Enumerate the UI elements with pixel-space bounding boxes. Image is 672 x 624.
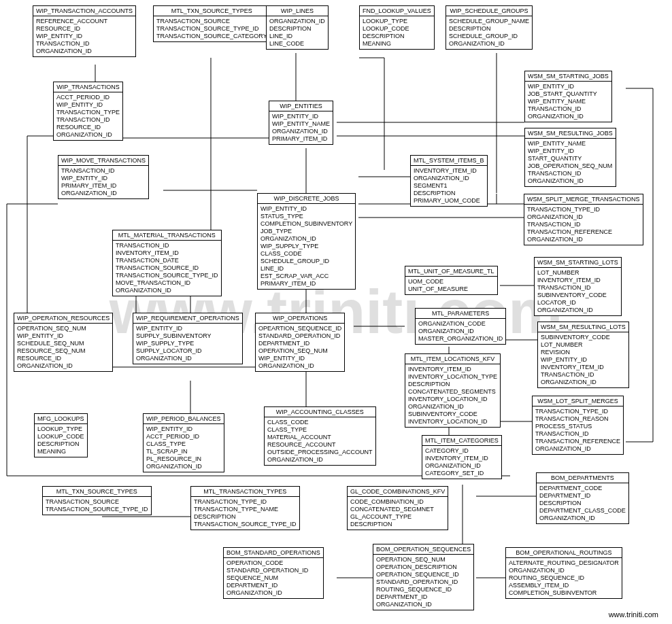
entity-column: OPERATION_CODE [226, 559, 320, 567]
entity-bom_operation_sequences: BOM_OPERATION_SEQUENCESOPERATION_SEQ_NUM… [373, 544, 474, 610]
entity-column: TRANSACTION_SOURCE [46, 498, 148, 506]
entity-column: ORGANIZATION_ID [509, 567, 619, 574]
entity-column: OPERATION_SEQUENCE_ID [376, 571, 471, 578]
entity-column: OPERATION_SEQ_NUM [258, 347, 341, 355]
entity-body: TRANSACTION_IDWIP_ENTITY_IDPRIMARY_ITEM_… [58, 166, 148, 198]
entity-column: TRANSACTION_ID [36, 40, 133, 48]
entity-body: LOOKUP_TYPELOOKUP_CODEDESCRIPTIONMEANING [360, 16, 434, 49]
entity-column: MEANING [363, 40, 431, 48]
entity-column: WIP_ENTITY_ID [146, 426, 221, 433]
entity-column: PRIMARY_ITEM_ID [61, 182, 146, 190]
entity-column: ORGANIZATION_ID [61, 190, 146, 197]
entity-column: WIP_ENTITY_NAME [528, 98, 609, 105]
entity-title: WIP_OPERATION_RESOURCES [14, 313, 112, 324]
entity-body: LOOKUP_TYPELOOKUP_CODEDESCRIPTIONMEANING [35, 424, 87, 457]
entity-column: ORGANIZATION_ID [539, 515, 626, 522]
entity-body: WIP_ENTITY_IDWIP_ENTITY_NAMEORGANIZATION… [269, 111, 333, 144]
entity-wsm_sm_resulting_lots: WSM_SM_RESULTING_LOTSSUBINVENTORY_CODELO… [537, 322, 629, 388]
entity-column: CLASS_TYPE [267, 426, 373, 434]
entity-column: EST_SCRAP_VAR_ACC [261, 273, 352, 280]
entity-column: CLASS_CODE [261, 250, 352, 258]
entity-body: DEPARTMENT_CODEDEPARTMENT_IDDESCRIPTIOND… [537, 483, 628, 523]
entity-column: DEPARTMENT_ID [539, 492, 626, 500]
entity-column: TRANSACTION_SOURCE_TYPE_ID [46, 506, 148, 513]
entity-body: REFERENCE_ACCOUNTRESOURCE_IDWIP_ENTITY_I… [33, 16, 135, 56]
entity-body: INVENTORY_ITEM_IDORGANIZATION_IDSEGMENT1… [411, 166, 487, 206]
entity-body: INVENTORY_ITEM_IDINVENTORY_LOCATION_TYPE… [405, 364, 500, 427]
entity-title: MTL_TRANSACTION_TYPES [191, 487, 299, 497]
entity-column: LINE_ID [269, 33, 325, 40]
entity-column: RESOURCE_ACCOUNT [267, 441, 373, 449]
entity-column: ORGANIZATION_ID [537, 307, 618, 314]
entity-title: WSM_SM_STARTING_LOTS [535, 258, 621, 268]
entity-column: SUBINVENTORY_CODE [537, 292, 618, 299]
entity-column: DEPARTMENT_ID [376, 593, 471, 601]
entity-column: COMPLETION_SUBINVENTORY [261, 220, 352, 228]
entity-body: UOM_CODEUNIT_OF_MEASURE [405, 277, 497, 294]
entity-column: SCHEDULE_GROUP_ID [261, 258, 352, 265]
entity-column: ORGANIZATION_ID [136, 355, 239, 362]
entity-wip_discrete_jobs: WIP_DISCRETE_JOBSWIP_ENTITY_IDSTATUS_TYP… [257, 193, 356, 290]
entity-column: ORGANIZATION_ID [408, 403, 497, 411]
entity-column: ORGANIZATION_ID [116, 287, 218, 294]
entity-column: ORGANIZATION_ID [535, 445, 620, 453]
entity-body: ACCT_PERIOD_IDWIP_ENTITY_IDTRANSACTION_T… [54, 92, 122, 140]
entity-column: TRANSACTION_TYPE_ID [527, 206, 640, 213]
entity-mfg_lookups: MFG_LOOKUPSLOOKUP_TYPELOOKUP_CODEDESCRIP… [34, 413, 88, 457]
entity-title: BOM_OPERATION_SEQUENCES [373, 544, 473, 555]
entity-column: ORGANIZATION_ID [527, 213, 640, 221]
entity-title: MTL_MATERIAL_TRANSACTIONS [113, 230, 221, 241]
entity-column: TRANSACTION_ID [535, 430, 620, 438]
entity-mtl_material_transactions: MTL_MATERIAL_TRANSACTIONSTRANSACTION_IDI… [112, 230, 222, 296]
footer-link[interactable]: www.triniti.com [609, 610, 658, 619]
entity-column: SEGMENT1 [414, 182, 484, 190]
entity-column: TRANSACTION_SOURCE_CATEGORY [156, 33, 267, 40]
entity-column: TRANSACTION_DATE [116, 257, 218, 264]
entity-column: TRANSACTION_ID [61, 167, 146, 175]
entity-column: OPERATION_SEQ_NUM [17, 325, 110, 332]
entity-column: LINE_ID [261, 265, 352, 273]
entity-column: ORGANIZATION_ID [36, 48, 133, 55]
entity-column: WIP_SUPPLY_TYPE [261, 243, 352, 250]
entity-column: RESOURCE_ID [56, 124, 120, 131]
entity-body: WIP_ENTITY_NAMEWIP_ENTITY_IDSTART_QUANTI… [525, 139, 616, 186]
entity-column: ORGANIZATION_ID [146, 463, 221, 470]
entity-column: TL_SCRAP_IN [146, 448, 221, 455]
entity-bom_departments: BOM_DEPARTMENTSDEPARTMENT_CODEDEPARTMENT… [536, 472, 629, 524]
entity-column: DEPARTMENT_CLASS_CODE [539, 507, 626, 515]
entity-column: ORGANIZATION_ID [528, 177, 613, 185]
entity-column: TRANSACTION_ID [537, 284, 618, 292]
entity-body: TRANSACTION_SOURCETRANSACTION_SOURCE_TYP… [43, 497, 151, 515]
entity-body: ORGANIZATION_IDDESCRIPTIONLINE_IDLINE_CO… [267, 16, 328, 49]
entity-column: DEPARTMENT_ID [226, 582, 320, 589]
entity-fnd_lookup_values: FND_LOOKUP_VALUESLOOKUP_TYPELOOKUP_CODED… [359, 5, 435, 50]
entity-column: WIP_ENTITY_ID [36, 33, 133, 40]
entity-column: ALTERNATE_ROUTING_DESIGNATOR [509, 559, 619, 567]
entity-column: ORGANIZATION_ID [425, 462, 499, 470]
entity-column: LOOKUP_TYPE [37, 426, 84, 433]
entity-column: DESCRIPTION [363, 33, 431, 40]
entity-column: INVENTORY_ITEM_ID [408, 366, 497, 373]
entity-column: STANDARD_OPERATION_ID [258, 332, 341, 340]
entity-title: MTL_PARAMETERS [416, 309, 505, 319]
entity-title: BOM_OPERATIONAL_ROUTINGS [506, 548, 622, 558]
entity-column: INVENTORY_LOCATION_ID [408, 396, 497, 403]
entity-column: SUBINVENTORY_CODE [408, 411, 497, 418]
entity-column: TRANSACTION_SOURCE_ID [116, 264, 218, 272]
entity-column: DESCRIPTION [414, 190, 484, 197]
entity-title: WIP_TRANSACTIONS [54, 82, 122, 92]
entity-title: WIP_ENTITIES [269, 101, 333, 111]
entity-wsm_sm_starting_lots: WSM_SM_STARTING_LOTSLOT_NUMBERINVENTORY_… [534, 257, 622, 316]
entity-column: SCHEDULE_SEQ_NUM [17, 340, 110, 347]
entity-gl_code_combinations_kfv: GL_CODE_COMBINATIONS_KFVCODE_COMBINATION… [347, 486, 448, 530]
entity-column: TRANSACTION_SOURCE_TYPE_ID [156, 25, 267, 33]
entity-column: ORGANIZATION_ID [449, 40, 529, 48]
entity-column: JOB_START_QUANTITY [528, 90, 609, 98]
entity-column: ORGANIZATION_ID [418, 328, 503, 335]
entity-column: ROUTING_SEQUENCE_ID [376, 586, 471, 593]
entity-title: WIP_LINES [267, 6, 328, 16]
entity-column: CONCATENATED_SEGMNET [350, 506, 445, 513]
entity-body: CODE_COMBINATION_IDCONCATENATED_SEGMNETG… [348, 497, 448, 530]
entity-column: WIP_ENTITY_ID [541, 356, 626, 364]
entity-column: TRANSACTION_SOURCE_TYPE_ID [116, 272, 218, 279]
